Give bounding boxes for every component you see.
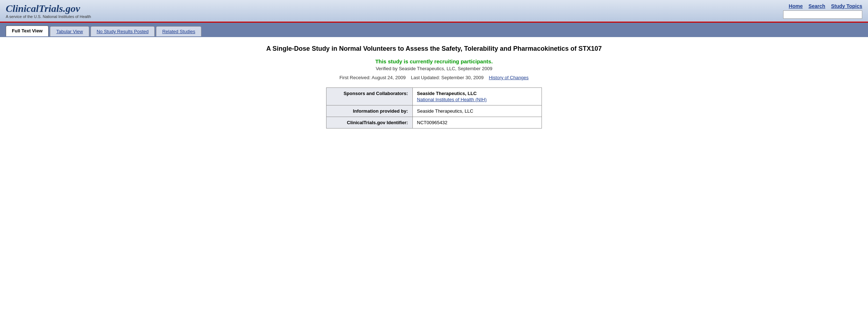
dates-row: First Received: August 24, 2009 Last Upd… xyxy=(14,75,854,80)
info-provided-by-label: Information provided by: xyxy=(326,105,413,117)
sponsors-value: Seaside Therapeutics, LLC National Insti… xyxy=(412,88,542,105)
tab-bar: Full Text View Tabular View No Study Res… xyxy=(0,23,868,37)
sponsors-label: Sponsors and Collaborators: xyxy=(326,88,413,105)
site-logo[interactable]: ClinicalTrials.gov xyxy=(6,3,91,14)
info-provided-by-value: Seaside Therapeutics, LLC xyxy=(412,105,542,117)
identifier-label: ClinicalTrials.gov Identifier: xyxy=(326,117,413,129)
nav-area: Home Search Study Topics xyxy=(783,3,862,19)
sponsor-name: Seaside Therapeutics, LLC xyxy=(417,91,537,96)
nav-study-topics[interactable]: Study Topics xyxy=(831,3,862,9)
tab-tabular-view[interactable]: Tabular View xyxy=(50,26,89,36)
table-row: Sponsors and Collaborators: Seaside Ther… xyxy=(326,88,542,105)
nav-search[interactable]: Search xyxy=(808,3,825,9)
last-updated-date: September 30, 2009 xyxy=(441,75,484,80)
first-received-label: First Received: xyxy=(339,75,371,80)
tab-full-text-view[interactable]: Full Text View xyxy=(6,26,49,36)
study-info-table: Sponsors and Collaborators: Seaside Ther… xyxy=(326,87,542,129)
nav-home[interactable]: Home xyxy=(789,3,803,9)
verified-text: Verified by Seaside Therapeutics, LLC, S… xyxy=(14,66,854,71)
first-received-date: August 24, 2009 xyxy=(372,75,406,80)
table-row: Information provided by: Seaside Therape… xyxy=(326,105,542,117)
history-of-changes-link[interactable]: History of Changes xyxy=(489,75,529,80)
main-content: A Single-Dose Study in Normal Volunteers… xyxy=(0,37,868,136)
table-row: ClinicalTrials.gov Identifier: NCT009654… xyxy=(326,117,542,129)
study-title: A Single-Dose Study in Normal Volunteers… xyxy=(14,44,854,53)
logo-subtitle: A service of the U.S. National Institute… xyxy=(6,14,91,19)
tab-no-study-results[interactable]: No Study Results Posted xyxy=(91,26,155,36)
logo-area: ClinicalTrials.gov A service of the U.S.… xyxy=(6,3,91,19)
tab-related-studies[interactable]: Related Studies xyxy=(156,26,201,36)
identifier-value: NCT00965432 xyxy=(412,117,542,129)
last-updated-label: Last Updated: xyxy=(411,75,440,80)
search-input[interactable] xyxy=(783,10,862,19)
info-table-wrapper: Sponsors and Collaborators: Seaside Ther… xyxy=(14,87,854,129)
nih-link[interactable]: National Institutes of Health (NIH) xyxy=(417,97,487,102)
page-header: ClinicalTrials.gov A service of the U.S.… xyxy=(0,0,868,23)
recruiting-status: This study is currently recruiting parti… xyxy=(14,58,854,64)
nav-links: Home Search Study Topics xyxy=(789,3,862,9)
